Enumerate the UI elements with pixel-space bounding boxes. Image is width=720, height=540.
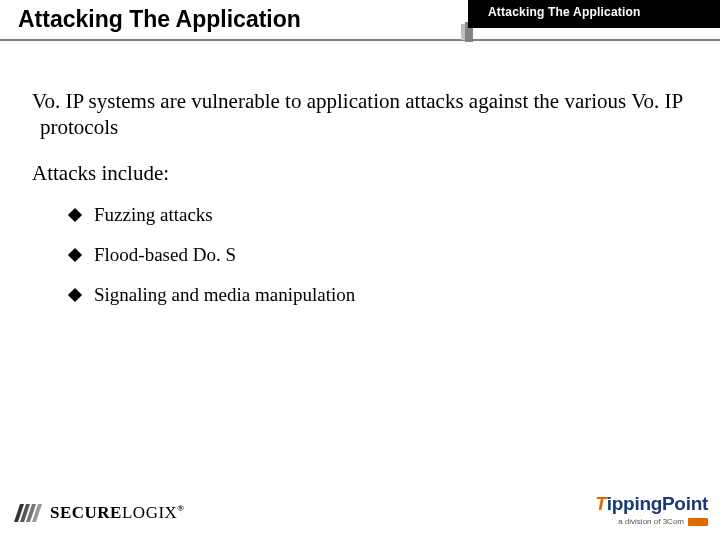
bullet-list: Fuzzing attacks Flood-based Do. S Signal… [70,204,690,306]
logo-word-ippingpoint: ippingPoint [607,493,708,514]
logo-swatch-icon [688,518,708,526]
list-item: Signaling and media manipulation [70,284,690,306]
securelogix-logo: SECURELOGIX® [14,502,185,524]
tippingpoint-subtext: a division of 3Com [595,517,708,526]
list-item-label: Flood-based Do. S [94,244,236,266]
securelogix-text: SECURELOGIX® [50,503,185,523]
list-item-label: Fuzzing attacks [94,204,213,226]
slide-footer: SECURELOGIX® TippingPoint a division of … [0,480,720,530]
slide-header: Attacking The Application Attacking The … [0,0,720,56]
logo-letter-t: T [595,493,607,514]
header-tab-label: Attacking The Application [468,0,720,19]
slide-title: Attacking The Application [18,6,301,33]
slide-body: Vo. IP systems are vulnerable to applica… [32,88,690,324]
tippingpoint-logo: TippingPoint a division of 3Com [595,493,708,526]
header-tab: Attacking The Application [468,0,720,28]
securelogix-mark-icon [14,502,44,524]
diamond-bullet-icon [68,287,82,301]
header-rule [0,39,720,41]
logo-word-secure: SECURE [50,503,122,522]
logo-tagline: a division of 3Com [618,517,684,526]
list-item-label: Signaling and media manipulation [94,284,355,306]
subheading: Attacks include: [32,161,690,186]
list-item: Fuzzing attacks [70,204,690,226]
list-item: Flood-based Do. S [70,244,690,266]
logo-word-logix: LOGIX [122,503,177,522]
diamond-bullet-icon [68,207,82,221]
diamond-bullet-icon [68,247,82,261]
registered-mark: ® [177,503,184,513]
intro-paragraph: Vo. IP systems are vulnerable to applica… [32,88,690,141]
tippingpoint-text: TippingPoint [595,493,708,515]
slide: Attacking The Application Attacking The … [0,0,720,540]
